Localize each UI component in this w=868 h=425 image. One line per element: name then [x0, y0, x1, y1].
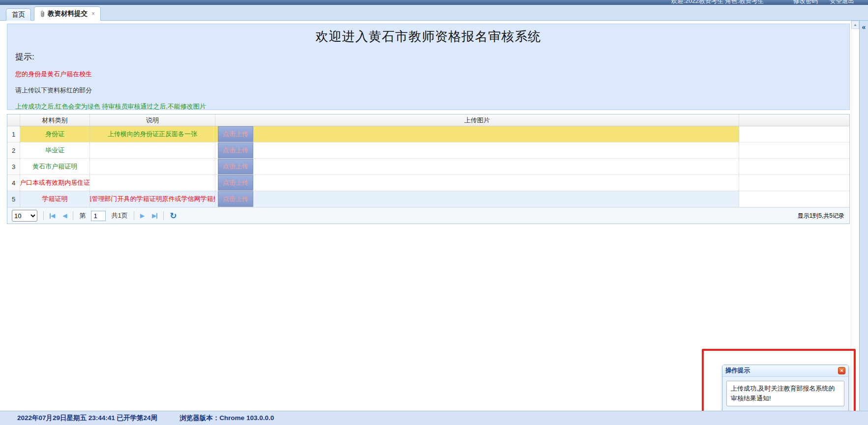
- popup-body: 上传成功,及时关注教育部报名系统的审核结果通知!: [722, 377, 848, 410]
- east-collapsed-panel: «: [859, 21, 868, 411]
- page-suffix-label: 共1页: [111, 211, 127, 220]
- hint-line: 上传成功之后,红色会变为绿色 待审核员审核通过之后,不能修改图片: [15, 102, 841, 110]
- operation-tip-popup: 操作提示 × 上传成功,及时关注教育部报名系统的审核结果通知!: [722, 365, 849, 411]
- materials-datagrid: 材料类别 说明 上传图片 1 身份证 上传横向的身份证正反面各一张 点击上传 2…: [7, 114, 850, 224]
- upload-button[interactable]: 点击上传: [218, 126, 253, 142]
- popup-header: 操作提示 ×: [722, 365, 848, 377]
- row-number: 3: [7, 159, 20, 174]
- row-number: 4: [7, 175, 20, 191]
- row-trailing-cell: [739, 126, 849, 142]
- header-upload-image: 上传图片: [215, 114, 739, 126]
- status-bar: 2022年07月29日星期五 23:44:41 已开学第24周 浏览器版本：Ch…: [0, 411, 868, 425]
- header-rownum: [7, 114, 20, 126]
- tab-bar: 首页 教资材料提交 ×: [0, 5, 868, 21]
- page-prefix-label: 第: [79, 211, 86, 220]
- collapse-icon[interactable]: «: [860, 23, 868, 31]
- row-number: 1: [7, 126, 20, 142]
- pager-separator: [43, 211, 44, 220]
- app-window: 欢迎:2022教资考生 角色:教资考生 修改密码 安全退出 首页 教资材料提交 …: [0, 0, 868, 425]
- tab-close-icon[interactable]: ×: [91, 10, 95, 17]
- tab-home-label: 首页: [12, 10, 25, 19]
- browser-version-text: 浏览器版本：Chrome 103.0.0.0: [180, 414, 274, 423]
- change-password-link[interactable]: 修改密码: [793, 0, 818, 5]
- first-page-icon[interactable]: ◀: [50, 213, 55, 219]
- material-description: [90, 142, 215, 158]
- upload-button[interactable]: 点击上传: [218, 159, 253, 174]
- tab-home[interactable]: 首页: [6, 8, 31, 21]
- table-row: 4 户口本或有效期内居住证 点击上传: [7, 175, 849, 191]
- material-category: 户口本或有效期内居住证: [20, 175, 90, 191]
- page-title: 欢迎进入黄石市教师资格报名审核系统: [15, 28, 841, 45]
- vertical-scrollbar[interactable]: ▲: [851, 21, 859, 411]
- close-icon[interactable]: ×: [838, 367, 845, 374]
- upload-button[interactable]: 点击上传: [218, 142, 253, 158]
- material-description: 学籍管理部门开具的学籍证明原件或学信网学籍报告: [90, 191, 215, 207]
- material-category: 身份证: [20, 126, 90, 142]
- upload-button[interactable]: 点击上传: [218, 175, 253, 191]
- refresh-icon[interactable]: ↻: [170, 212, 177, 220]
- material-category: 学籍证明: [20, 191, 90, 207]
- row-number: 5: [7, 191, 20, 207]
- material-description: 上传横向的身份证正反面各一张: [90, 126, 215, 142]
- pager-bar: 10 ◀ ◀ 第 共1页 ▶ ▶ ↻ 显示1到5,共5记录: [7, 207, 849, 224]
- table-body: 1 身份证 上传横向的身份证正反面各一张 点击上传 2 毕业证 点击上传 3 黄…: [7, 126, 849, 207]
- upload-cell: 点击上传: [215, 142, 739, 158]
- tab-material-submit[interactable]: 教资材料提交 ×: [34, 6, 101, 21]
- upload-cell: 点击上传: [215, 175, 739, 191]
- pager-separator: [134, 211, 134, 220]
- row-trailing-cell: [739, 159, 849, 174]
- header-category: 材料类别: [20, 114, 90, 126]
- upload-cell: 点击上传: [215, 191, 739, 207]
- last-page-icon[interactable]: ▶: [152, 213, 157, 219]
- table-row: 3 黄石市户籍证明 点击上传: [7, 159, 849, 175]
- logout-link[interactable]: 安全退出: [830, 0, 854, 5]
- table-row: 2 毕业证 点击上传: [7, 142, 849, 159]
- pager-summary: 显示1到5,共5记录: [798, 212, 844, 220]
- header-trailing: [739, 114, 849, 126]
- welcome-text: 欢迎:2022教资考生 角色:教资考生: [671, 0, 764, 5]
- popup-message: 上传成功,及时关注教育部报名系统的审核结果通知!: [726, 381, 844, 406]
- paperclip-icon: [40, 10, 45, 18]
- tab-material-submit-label: 教资材料提交: [48, 9, 88, 18]
- material-category: 毕业证: [20, 142, 90, 158]
- row-trailing-cell: [739, 191, 849, 207]
- pager-separator: [73, 211, 73, 220]
- tab-content-panel: 欢迎进入黄石市教师资格报名审核系统 提示: 您的身份是黄石户籍在校生 请上传以下…: [0, 21, 868, 411]
- hint-line: 您的身份是黄石户籍在校生: [15, 70, 841, 79]
- hint-line: 请上传以下资料标红的部分: [15, 86, 841, 95]
- upload-cell: 点击上传: [215, 126, 739, 142]
- page-number-input[interactable]: [91, 211, 106, 221]
- page-size-select[interactable]: 10: [12, 210, 37, 222]
- table-row: 1 身份证 上传横向的身份证正反面各一张 点击上传: [7, 126, 849, 142]
- material-category: 黄石市户籍证明: [20, 159, 90, 174]
- hint-lines: 您的身份是黄石户籍在校生 请上传以下资料标红的部分 上传成功之后,红色会变为绿色…: [15, 70, 841, 110]
- scroll-up-icon[interactable]: ▲: [851, 21, 859, 29]
- table-header-row: 材料类别 说明 上传图片: [7, 114, 849, 126]
- pager-separator: [163, 211, 164, 220]
- table-row: 5 学籍证明 学籍管理部门开具的学籍证明原件或学信网学籍报告 点击上传: [7, 191, 849, 207]
- hint-label: 提示:: [15, 51, 841, 62]
- next-page-icon[interactable]: ▶: [140, 213, 145, 219]
- notice-panel: 欢迎进入黄石市教师资格报名审核系统 提示: 您的身份是黄石户籍在校生 请上传以下…: [7, 24, 850, 110]
- top-bar: 欢迎:2022教资考生 角色:教资考生 修改密码 安全退出: [0, 0, 868, 5]
- prev-page-icon[interactable]: ◀: [62, 213, 67, 219]
- upload-button[interactable]: 点击上传: [218, 191, 253, 207]
- row-number: 2: [7, 142, 20, 158]
- popup-title: 操作提示: [725, 367, 838, 375]
- upload-cell: 点击上传: [215, 159, 739, 174]
- datetime-text: 2022年07月29日星期五 23:44:41 已开学第24周: [17, 414, 157, 423]
- material-description: [90, 175, 215, 191]
- material-description: [90, 159, 215, 174]
- row-trailing-cell: [739, 175, 849, 191]
- row-trailing-cell: [739, 142, 849, 158]
- header-description: 说明: [90, 114, 215, 126]
